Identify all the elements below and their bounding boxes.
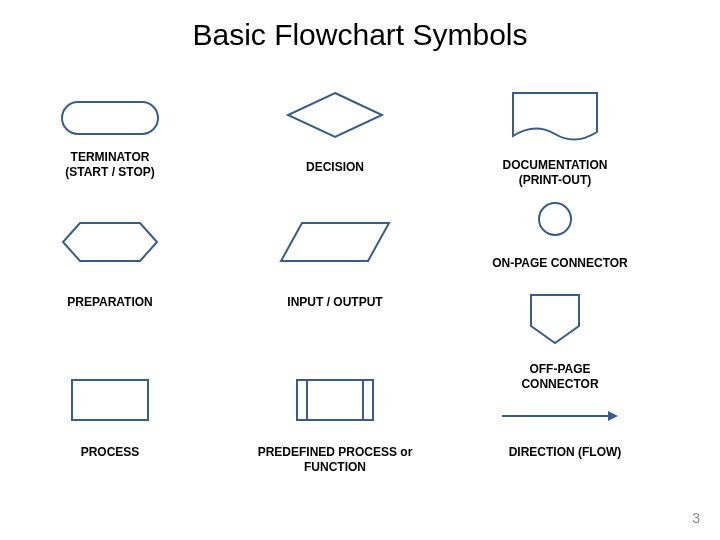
label-documentation: DOCUMENTATION (PRINT-OUT)	[490, 158, 620, 188]
label-preparation: PREPARATION	[60, 295, 160, 310]
terminator-icon	[60, 100, 160, 136]
decision-icon	[285, 90, 385, 140]
process-icon	[70, 378, 150, 422]
slide: Basic Flowchart Symbols TERMINATOR (STAR…	[0, 0, 720, 540]
symbol-on-page-connector	[536, 200, 574, 238]
label-process: PROCESS	[70, 445, 150, 460]
symbol-predefined-process	[295, 378, 375, 422]
symbol-off-page-connector	[528, 292, 582, 346]
symbol-process	[70, 378, 150, 422]
label-off-page-connector: OFF-PAGE CONNECTOR	[490, 362, 630, 392]
input-output-icon	[278, 220, 392, 264]
label-decision: DECISION	[285, 160, 385, 175]
label-on-page-connector: ON-PAGE CONNECTOR	[490, 256, 630, 271]
documentation-icon	[510, 90, 600, 146]
symbol-documentation	[510, 90, 600, 146]
label-predefined-process: PREDEFINED PROCESS or FUNCTION	[235, 445, 435, 475]
svg-rect-0	[62, 102, 158, 134]
page-title: Basic Flowchart Symbols	[0, 18, 720, 52]
symbol-decision	[285, 90, 385, 140]
svg-marker-3	[281, 223, 389, 261]
off-page-connector-icon	[528, 292, 582, 346]
label-terminator: TERMINATOR (START / STOP)	[45, 150, 175, 180]
symbol-preparation	[60, 220, 160, 264]
symbol-direction	[500, 408, 620, 424]
label-input-output: INPUT / OUTPUT	[285, 295, 385, 310]
predefined-process-icon	[295, 378, 375, 422]
label-direction: DIRECTION (FLOW)	[500, 445, 630, 460]
svg-marker-11	[608, 411, 618, 421]
svg-rect-6	[72, 380, 148, 420]
page-number: 3	[692, 510, 700, 526]
svg-marker-2	[63, 223, 157, 261]
symbol-terminator	[60, 100, 160, 136]
preparation-icon	[60, 220, 160, 264]
svg-marker-5	[531, 295, 579, 343]
svg-point-4	[539, 203, 571, 235]
svg-marker-1	[288, 93, 382, 137]
symbol-input-output	[278, 220, 392, 264]
svg-rect-7	[297, 380, 373, 420]
on-page-connector-icon	[536, 200, 574, 238]
direction-icon	[500, 408, 620, 424]
